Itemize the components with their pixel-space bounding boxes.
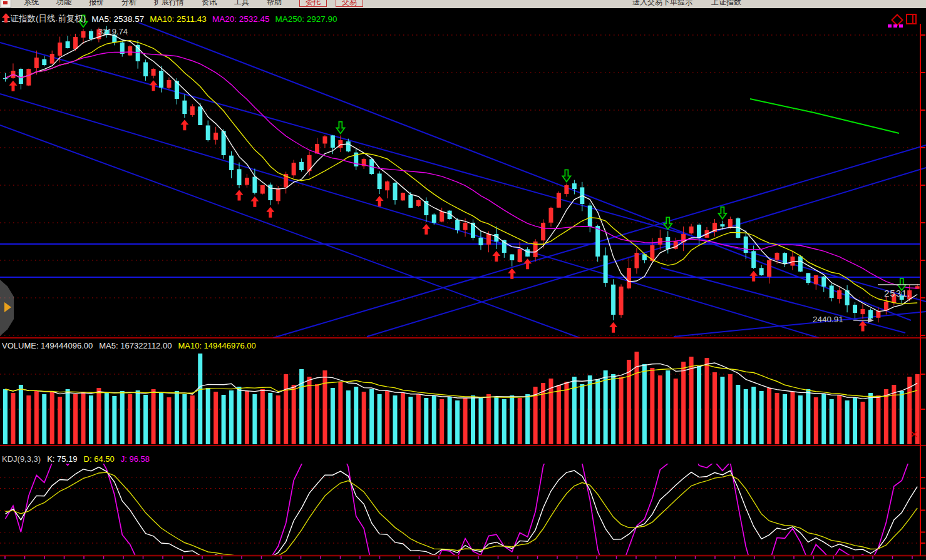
menu-item-0[interactable]: 系统 xyxy=(15,0,48,6)
window-split-icon[interactable] xyxy=(906,14,917,24)
trade-menu-item-1[interactable]: 交易 xyxy=(336,0,363,7)
main-chart-header: 上证指数(日线.前复权) MA5: 2538.57 MA10: 2511.43 … xyxy=(2,13,337,24)
ma250-label: MA250: 2927.90 xyxy=(275,14,337,24)
volume-pane-header: VOLUME: 149444096.00 MA5: 167322112.00 M… xyxy=(2,341,256,350)
kdj-j-value: J: 96.58 xyxy=(121,454,150,464)
up-arrow-icon xyxy=(2,13,10,23)
high-price-label: 3219.74 xyxy=(98,27,128,36)
menu-item-3[interactable]: 分析 xyxy=(113,0,145,6)
kdj-d-value: D: 64.50 xyxy=(84,454,115,464)
trade-menu-item-0[interactable]: 委托 xyxy=(299,0,327,7)
window-split-inner xyxy=(912,15,913,23)
menu-row: 系统功能报价分析扩展行情资讯工具帮助 委托交易 进入交易下单提示 上证指数 xyxy=(0,0,926,9)
volume-ma10-value: MA10: 149446976.00 xyxy=(178,341,255,350)
current-symbol-text: 上证指数 xyxy=(711,0,741,8)
trade-menu-items: 委托交易 xyxy=(291,0,363,7)
kdj-k-value: K: 75.19 xyxy=(47,454,77,464)
ma5-label: MA5: 2538.57 xyxy=(91,14,144,24)
ma10-label: MA10: 2511.43 xyxy=(150,14,207,24)
menu-items: 系统功能报价分析扩展行情资讯工具帮助 xyxy=(15,0,291,8)
kdj-pane-header: KDJ(9,3,3) K: 75.19 D: 64.50 J: 96.58 xyxy=(2,454,150,464)
last-price-label: 2531. xyxy=(884,288,911,298)
volume-ma5-value: MA5: 167322112.00 xyxy=(99,341,172,350)
menu-item-7[interactable]: 帮助 xyxy=(258,0,291,6)
expand-arrow-icon xyxy=(4,302,11,312)
trade-hint-text: 进入交易下单提示 xyxy=(632,0,692,8)
menu-item-1[interactable]: 功能 xyxy=(48,0,80,6)
chart-canvas[interactable] xyxy=(0,8,926,560)
chart-title: 上证指数(日线.前复权) xyxy=(2,13,86,24)
menu-right-hint: 进入交易下单提示 上证指数 xyxy=(632,0,741,8)
ma20-label: MA20: 2532.45 xyxy=(212,14,270,24)
menu-item-2[interactable]: 报价 xyxy=(80,0,113,6)
menu-bar: 系统功能报价分析扩展行情资讯工具帮助 委托交易 进入交易下单提示 上证指数 xyxy=(0,0,926,9)
app-icon xyxy=(1,0,11,8)
menu-item-4[interactable]: 扩展行情 xyxy=(145,0,193,6)
low-price-label: 2440.91 xyxy=(813,315,843,324)
kdj-title: KDJ(9,3,3) xyxy=(2,454,41,464)
volume-value: VOLUME: 149444096.00 xyxy=(2,341,93,350)
menu-item-5[interactable]: 资讯 xyxy=(193,0,225,6)
menu-item-6[interactable]: 工具 xyxy=(225,0,258,6)
ellipsis-dots-icon[interactable] xyxy=(888,24,903,28)
